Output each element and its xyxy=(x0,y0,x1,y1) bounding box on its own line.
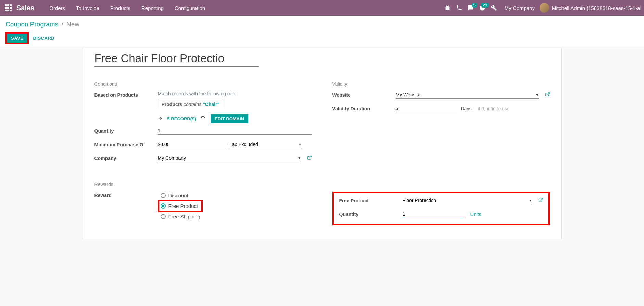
app-brand[interactable]: Sales xyxy=(16,4,34,12)
validity-section-title: Validity xyxy=(332,81,550,87)
domain-operator: contains xyxy=(184,102,201,107)
reward-quantity-unit: Units xyxy=(470,212,481,217)
external-link-icon[interactable] xyxy=(538,198,543,203)
apps-icon[interactable] xyxy=(5,4,12,11)
nav-orders[interactable]: Orders xyxy=(44,5,71,11)
radio-label: Free Shipping xyxy=(168,214,200,219)
company-switcher[interactable]: My Company xyxy=(500,5,540,11)
domain-filter-box[interactable]: Products contains "Chair" xyxy=(158,99,224,109)
activities-icon[interactable]: 29 xyxy=(477,2,488,14)
company-label: Company xyxy=(94,154,158,161)
min-purchase-input[interactable] xyxy=(158,141,226,148)
reward-quantity-label: Quantity xyxy=(339,210,403,217)
radio-label: Free Product xyxy=(168,203,198,209)
control-panel: Coupon Programs / New SAVE DISCARD xyxy=(0,16,644,48)
external-link-icon[interactable] xyxy=(307,155,312,161)
discard-button[interactable]: DISCARD xyxy=(29,34,59,43)
reward-option-discount[interactable]: Discount xyxy=(158,191,312,200)
debug-icon[interactable] xyxy=(442,2,453,14)
nav-reporting[interactable]: Reporting xyxy=(136,5,169,11)
quantity-label: Quantity xyxy=(94,127,158,134)
reward-quantity-input[interactable] xyxy=(403,210,464,218)
messages-icon[interactable]: 5 xyxy=(465,2,477,14)
save-highlight: SAVE xyxy=(5,32,29,44)
free-product-highlight: Free Product xyxy=(158,200,203,212)
form-sheet: Free Chair Floor Protectio Conditions Ba… xyxy=(83,48,562,239)
company-select[interactable]: My Company xyxy=(158,154,301,162)
phone-icon[interactable] xyxy=(453,2,465,14)
radio-icon xyxy=(161,214,166,219)
activities-badge: 29 xyxy=(481,3,489,8)
tools-icon[interactable] xyxy=(488,2,500,14)
records-count-link[interactable]: 5 RECORD(S) xyxy=(167,116,197,121)
save-button[interactable]: SAVE xyxy=(7,34,27,43)
free-product-section-highlight: Free Product Floor Protection xyxy=(332,192,550,225)
radio-icon xyxy=(161,203,166,209)
website-label: Website xyxy=(332,91,396,98)
nav-to-invoice[interactable]: To Invoice xyxy=(71,5,105,11)
user-menu[interactable]: Mitchell Admin (15638618-saas-15-1-al xyxy=(552,5,641,11)
reward-option-free-shipping[interactable]: Free Shipping xyxy=(158,212,312,221)
domain-field: Products xyxy=(162,102,182,107)
breadcrumb: Coupon Programs / New xyxy=(5,21,639,28)
external-link-icon[interactable] xyxy=(545,92,550,98)
based-on-products-label: Based on Products xyxy=(94,91,158,98)
min-purchase-label: Minimum Purchase Of xyxy=(94,141,158,147)
reward-label: Reward xyxy=(94,191,158,198)
domain-match-text: Match records with the following rule: xyxy=(158,91,312,96)
breadcrumb-separator: / xyxy=(61,21,63,28)
reload-icon[interactable] xyxy=(201,116,206,122)
domain-value: "Chair" xyxy=(203,102,219,107)
nav-configuration[interactable]: Configuration xyxy=(169,5,211,11)
breadcrumb-parent[interactable]: Coupon Programs xyxy=(5,21,58,28)
free-product-select[interactable]: Floor Protection xyxy=(403,197,532,204)
validity-duration-input[interactable] xyxy=(396,105,457,112)
record-title-input[interactable]: Free Chair Floor Protectio xyxy=(94,52,259,67)
free-product-label: Free Product xyxy=(339,197,403,203)
conditions-section-title: Conditions xyxy=(94,81,312,87)
nav-products[interactable]: Products xyxy=(105,5,136,11)
days-hint: if 0, infinite use xyxy=(478,106,509,111)
breadcrumb-current: New xyxy=(66,21,79,28)
top-navbar: Sales Orders To Invoice Products Reporti… xyxy=(0,0,644,16)
reward-option-free-product[interactable]: Free Product xyxy=(161,203,198,209)
radio-label: Discount xyxy=(168,192,188,198)
days-label: Days xyxy=(461,106,472,111)
website-select[interactable]: My Website xyxy=(396,91,539,99)
quantity-input[interactable] xyxy=(158,127,312,135)
arrow-right-icon[interactable] xyxy=(158,116,163,122)
tax-select[interactable]: Tax Excluded xyxy=(230,141,302,148)
edit-domain-button[interactable]: EDIT DOMAIN xyxy=(211,114,248,123)
validity-duration-label: Validity Duration xyxy=(332,105,396,111)
radio-icon xyxy=(161,193,166,198)
rewards-section-title: Rewards xyxy=(94,182,312,187)
avatar[interactable] xyxy=(540,3,549,13)
